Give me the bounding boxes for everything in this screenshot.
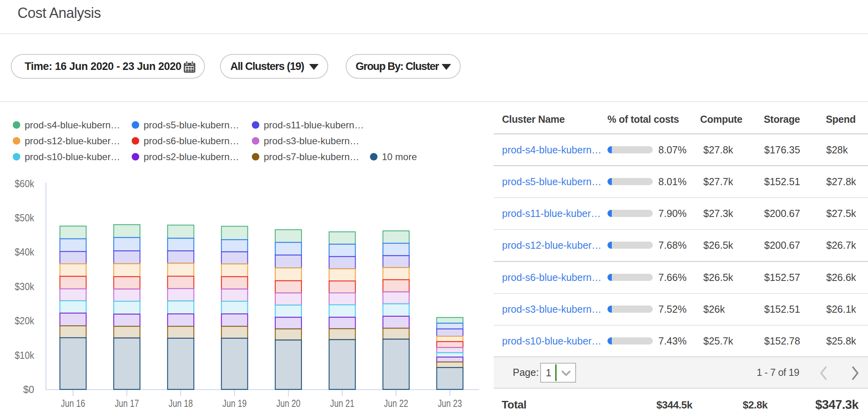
svg-text:$30k: $30k [15, 281, 34, 292]
svg-text:Jun 18: Jun 18 [169, 398, 193, 409]
svg-text:Jun 19: Jun 19 [222, 398, 247, 409]
svg-text:Jun 23: Jun 23 [438, 398, 462, 409]
svg-text:$20k: $20k [15, 315, 34, 326]
svg-text:$40k: $40k [15, 246, 34, 257]
svg-text:Jun 22: Jun 22 [384, 398, 408, 409]
svg-text:Jun 17: Jun 17 [115, 398, 139, 409]
svg-text:$60k: $60k [15, 178, 34, 189]
svg-text:Jun 16: Jun 16 [61, 398, 85, 409]
svg-text:Jun 20: Jun 20 [276, 398, 300, 409]
svg-text:$50k: $50k [15, 212, 34, 223]
svg-text:Jun 21: Jun 21 [330, 398, 354, 409]
svg-text:$0: $0 [23, 384, 34, 395]
svg-text:$10k: $10k [15, 350, 34, 361]
